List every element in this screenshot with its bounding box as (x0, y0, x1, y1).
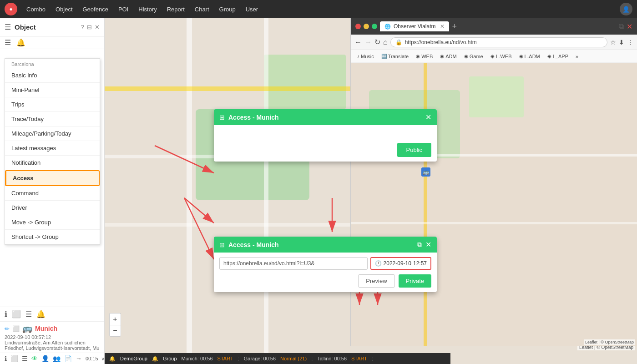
browser-road-h2 (351, 222, 637, 224)
vehicle-file-icon[interactable]: 📄 (64, 355, 72, 362)
popup1-table-icon: ⊞ (219, 114, 225, 121)
browser-attribution: Leaflet | © OpenStreetMap (584, 339, 635, 345)
zoom-in-button[interactable]: + (109, 313, 121, 325)
dropdown-item-trace-today[interactable]: Trace/Today (5, 112, 100, 126)
status-garage-label: Garage: 00:56 (244, 356, 276, 361)
nav-poi[interactable]: POI (115, 4, 132, 15)
browser-restore-button[interactable]: ⧉ (619, 22, 624, 30)
browser-maximize-btn[interactable] (372, 24, 377, 29)
popup2-header: ⊞ Access - Munich ⧉ ✕ (214, 237, 437, 253)
vehicle-group-icon[interactable]: 👥 (53, 355, 61, 362)
dropdown-item-mini-panel[interactable]: Mini-Panel (5, 83, 100, 97)
vehicle-track-icon[interactable]: ⬜ (10, 355, 18, 362)
browser-star-button[interactable]: ☆ (610, 39, 616, 46)
user-avatar[interactable]: 👤 (620, 3, 632, 15)
hamburger-icon[interactable]: ☰ (5, 23, 11, 31)
tab-bell-icon[interactable]: 🔔 (16, 38, 25, 47)
public-button[interactable]: Public (397, 143, 431, 157)
bookmark-lapp-label: L_APP (553, 54, 568, 59)
browser-window-close-button[interactable]: ✕ (627, 22, 632, 31)
main-area: ☰ Object ? ⊟ ✕ ☰ 🔔 Barcelona Basic info … (0, 18, 637, 364)
dropdown-section-barcelona: Barcelona (5, 59, 100, 68)
vehicle-user-icon[interactable]: 👤 (41, 355, 49, 362)
preview-button[interactable]: Preview (358, 274, 394, 288)
bookmark-ladm[interactable]: ◉ L-ADM (517, 53, 542, 60)
nav-chart[interactable]: Chart (191, 4, 213, 15)
dropdown-item-command[interactable]: Command (5, 186, 100, 201)
sidebar-header: ☰ Object ? ⊟ ✕ (0, 18, 104, 36)
bookmark-lweb[interactable]: ◉ L-WEB (489, 53, 514, 60)
nav-combo[interactable]: Combo (23, 4, 49, 15)
browser-menu-button[interactable]: ⋮ (627, 39, 633, 46)
browser-minimize-btn[interactable] (364, 24, 369, 29)
browser-home-button[interactable]: ⌂ (383, 38, 388, 46)
browser-download-button[interactable]: ⬇ (619, 39, 624, 46)
road-vertical-2 (264, 18, 268, 364)
dropdown-item-shortcut-group[interactable]: Shortcut -> Group (5, 230, 100, 244)
bookmark-translate[interactable]: 🔤 Translate (379, 53, 410, 60)
sidebar: ☰ Object ? ⊟ ✕ ☰ 🔔 Barcelona Basic info … (0, 18, 105, 364)
vehicle-info: ✏ ⬜ 🚌 Munich 2022-09-10 00:57:12 Lindwur… (0, 321, 105, 353)
browser-back-button[interactable]: ← (354, 38, 362, 46)
popup2-close-button[interactable]: ✕ (425, 240, 431, 249)
popup1-close-button[interactable]: ✕ (425, 113, 431, 121)
nav-group[interactable]: Group (216, 4, 239, 15)
datetime-box: 🕐 2022-09-10 12:57 (370, 257, 431, 270)
tab-list-icon[interactable]: ☰ (5, 38, 11, 47)
close-icon[interactable]: ✕ (95, 24, 100, 30)
tab-close-icon[interactable]: ✕ (440, 23, 445, 30)
popup2-buttons: Preview Private (219, 274, 431, 288)
url-input[interactable] (219, 257, 368, 270)
square-icon[interactable]: ⬜ (12, 325, 20, 332)
status-munich-status: START (217, 356, 233, 361)
vehicle-eye-icon[interactable]: 👁 (31, 355, 38, 362)
bookmark-more[interactable]: » (574, 53, 580, 60)
dropdown-item-access[interactable]: Access (5, 170, 100, 186)
nav-user[interactable]: User (242, 4, 262, 15)
status-group-icon: 🔔 (109, 356, 116, 362)
dropdown-item-mileage[interactable]: Mileage/Parking/Today (5, 126, 100, 141)
dropdown-item-basic-info[interactable]: Basic info (5, 68, 100, 83)
vehicle-time-stat: 00:15 (86, 356, 98, 361)
private-button[interactable]: Private (399, 274, 431, 288)
dropdown-item-driver[interactable]: Driver (5, 201, 100, 215)
list-icon[interactable]: ☰ (25, 310, 32, 318)
music-icon: ♪ (357, 54, 359, 59)
popup2-time: 12:57 (413, 260, 427, 267)
new-tab-button[interactable]: + (452, 22, 457, 31)
edit-icon[interactable]: ✏ (5, 325, 10, 332)
bookmark-adm[interactable]: ◉ ADM (438, 53, 458, 60)
help-icon[interactable]: ? (81, 24, 84, 30)
zoom-out-button[interactable]: − (109, 325, 121, 337)
browser-forward-button[interactable]: → (364, 38, 372, 46)
info-icon[interactable]: ℹ (5, 310, 7, 318)
vehicle-arrow-icon[interactable]: → (76, 355, 82, 362)
browser-titlebar: 🌐 Observer Vialatm ✕ + ⧉ ✕ (351, 18, 637, 35)
browser-close-btn[interactable] (355, 24, 361, 29)
bookmark-game[interactable]: ◉ Game (462, 53, 485, 60)
nav-report[interactable]: Report (163, 4, 188, 15)
bookmark-web[interactable]: ◉ WEB (414, 53, 435, 60)
vehicle-stat-icons: ℹ ⬜ ☰ 👁 👤 👥 📄 → 00:15 v.106 1000001 (0, 353, 105, 364)
dropdown-item-trips[interactable]: Trips (5, 97, 100, 112)
vehicle-detail-icon[interactable]: ℹ (5, 355, 7, 362)
app-logo[interactable]: ● (5, 3, 17, 15)
dropdown-item-latest-messages[interactable]: Latest messages (5, 141, 100, 156)
browser-reload-button[interactable]: ↻ (374, 38, 380, 46)
vehicle-name[interactable]: Munich (35, 325, 57, 332)
dropdown-item-notification[interactable]: Notification (5, 156, 100, 170)
dropdown-item-move-group[interactable]: Move -> Group (5, 215, 100, 230)
vehicle-route-icon[interactable]: ☰ (22, 355, 28, 362)
nav-geofence[interactable]: Geofence (79, 4, 112, 15)
nav-history[interactable]: History (135, 4, 160, 15)
bookmark-music[interactable]: ♪ Music (355, 53, 376, 60)
filter-icon[interactable]: ⊟ (87, 24, 92, 30)
bookmark-lapp[interactable]: ◉ L_APP (546, 53, 570, 60)
nav-object[interactable]: Object (52, 4, 76, 15)
notification-icon[interactable]: 🔔 (36, 310, 46, 318)
box-icon[interactable]: ⬜ (12, 310, 21, 318)
browser-tab-active[interactable]: 🌐 Observer Vialatm ✕ (380, 21, 449, 31)
popup2-copy-button[interactable]: ⧉ (417, 241, 422, 248)
address-bar[interactable]: 🔒 https://onebrella.eu/nd/vo.htm (390, 37, 607, 47)
sidebar-action-icons: ℹ ⬜ ☰ 🔔 (0, 307, 105, 321)
